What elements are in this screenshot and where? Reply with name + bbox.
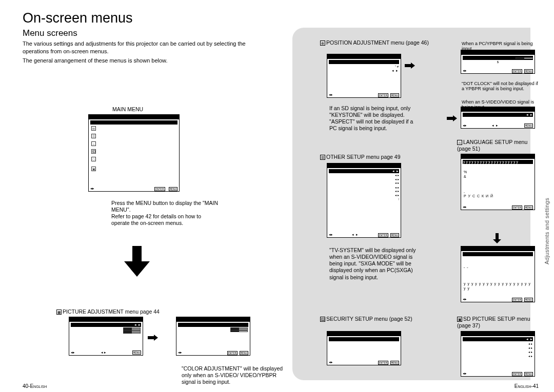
- svg-marker-2: [405, 63, 415, 69]
- svg-marker-4: [493, 233, 501, 243]
- picture-adj-note: "COLOR ADJUSTMENT" will be displayed onl…: [182, 365, 289, 385]
- sd-picture-setup-screen: ◂ ▸ ◂ ▸ ◂ ▸ ◂ ▸ ◂ ▸ ◂▸ENTER MENU: [461, 331, 535, 377]
- intro-p2: The general arrangement of these menus i…: [23, 57, 253, 65]
- enter-button-icon: ENTER: [154, 187, 165, 191]
- picture-adj-screen-1: ◂ ▸ ◂▸◂ ▸MENU: [69, 317, 143, 356]
- nav-arrows-icon: ◂▸: [90, 187, 94, 191]
- page-footer-right: English-41: [515, 383, 539, 389]
- picture-adj-screen-2: ◂▸ENTER MENU: [176, 317, 250, 356]
- menu-icon: ⌂: [91, 141, 96, 146]
- svg-marker-3: [447, 115, 457, 121]
- side-tab: Adjustments and settings: [544, 198, 550, 264]
- other-setup-label: ☰OTHER SETUP menu page 49: [320, 154, 401, 160]
- position-r1-screen: $ ◂▸ENTER MENU: [461, 50, 535, 74]
- position-adj-screen: " # ◂ ▸ ◂▸ENTER MENU: [327, 54, 401, 98]
- other-setup-note: "TV-SYSTEM" will be displayed only when …: [329, 247, 427, 281]
- menu-icon: ⊞: [91, 126, 96, 131]
- lang-setup-screen-1: y y y y y y y y y y y y y y y y y y y y …: [461, 154, 535, 210]
- menu-icon: ☰: [91, 134, 96, 138]
- svg-marker-1: [148, 335, 158, 341]
- intro-p1: The various settings and adjustments for…: [23, 40, 253, 55]
- lang-setup-label: ⌂LANGUAGE SETUP menu (page 51): [457, 139, 539, 152]
- picture-adj-label: ▦PICTURE ADJUSTMENT menu page 44: [56, 308, 160, 315]
- position-adj-label: ⊕POSITION ADJUSTMENT menu (page 46): [320, 39, 429, 46]
- arrow-down-icon: [124, 246, 150, 279]
- menu-icon: □: [91, 157, 96, 161]
- security-setup-label: ⚿SECURITY SETUP menu (page 52): [320, 316, 412, 322]
- position-r1-note: "DOT CLOCK" will not be displayed if a Y…: [462, 81, 539, 92]
- arrow-right-icon: [148, 334, 158, 343]
- position-r2-screen: ◂ ▸ ◂▸◂ ▸MENU: [461, 107, 535, 129]
- svg-marker-0: [124, 246, 150, 277]
- other-setup-screen: ◂ ▸ ◂ ▸ ◂ ▸ ◂ ▸ ◂ ▸ ◂ ▸ ◂ ▸ ! ◂▸◂ ▸ENTER…: [327, 163, 401, 238]
- menu-button-icon: MENU: [169, 187, 177, 191]
- security-setup-screen: ◂▸ENTER MENU: [327, 331, 401, 365]
- menu-icon: ▣: [91, 167, 96, 171]
- menu-icon: ⚿: [91, 149, 96, 154]
- arrow-down-icon: [493, 233, 501, 245]
- lang-setup-screen-2: ˘ ˘ y y y y y y y y y y y y y y y y y y …: [461, 246, 535, 302]
- arrow-right-icon: [405, 61, 415, 71]
- page-footer-left: 40-English: [23, 383, 47, 389]
- section-title: Menu screens: [23, 28, 539, 38]
- main-menu-label: MAIN MENU: [112, 106, 143, 113]
- sd-picture-setup-label: ▣SD PICTURE SETUP menu (page 37): [457, 316, 539, 329]
- main-menu-note: Press the MENU button to display the "MA…: [111, 200, 219, 227]
- arrow-right-icon: [447, 114, 457, 123]
- main-menu-screen: ⊞ ☰ ⌂ ⚿ □ ▣ ◂▸ ENTER MENU: [88, 114, 180, 192]
- page-title: On-screen menus: [23, 10, 539, 26]
- position-adj-note: If an SD signal is being input, only "KE…: [329, 105, 422, 132]
- main-menu-item-selected: [90, 120, 177, 125]
